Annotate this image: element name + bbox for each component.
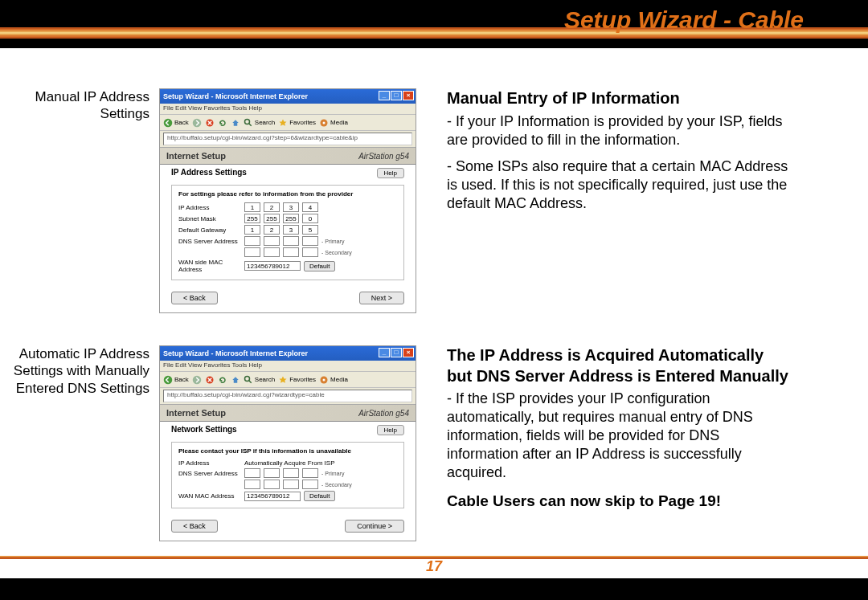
minimize-icon[interactable]: _	[379, 348, 390, 357]
default-button[interactable]: Default	[304, 261, 335, 271]
label-mac-2: WAN MAC Address	[178, 492, 241, 500]
ie-toolbar-2: Back Search Favorites Media	[160, 372, 416, 388]
home-icon[interactable]	[231, 118, 240, 128]
dns1-3b[interactable]	[302, 468, 318, 478]
close-icon[interactable]: ×	[403, 348, 414, 357]
dns2-1[interactable]	[264, 247, 280, 257]
band-brand-2: AirStation g54	[358, 409, 409, 418]
label-ip: IP Address	[178, 204, 241, 211]
next-nav-button[interactable]: Next >	[359, 292, 404, 304]
search-button[interactable]: Search	[244, 375, 275, 385]
dns1-0[interactable]	[244, 236, 260, 246]
gw-octet-0[interactable]	[244, 225, 260, 235]
dns1-1[interactable]	[264, 236, 280, 246]
address-bar[interactable]: http://buffalo.setup/cgi-bin/wizard.cgi?…	[163, 133, 412, 145]
section-manual-ip: Manual IP Address Settings Setup Wizard …	[0, 88, 868, 313]
gw-octet-1[interactable]	[264, 225, 280, 235]
caption-manual-ip: Manual IP Address Settings	[0, 88, 154, 123]
default-button-2[interactable]: Default	[304, 491, 335, 501]
address-bar-2[interactable]: http://buffalo.setup/cgi-bin/wizard.cgi?…	[163, 390, 412, 402]
close-icon[interactable]: ×	[403, 91, 414, 100]
help-button[interactable]: Help	[377, 168, 404, 178]
band-internet-setup-2: Internet Setup AirStation g54	[160, 404, 416, 422]
dns2-3[interactable]	[302, 247, 318, 257]
ie-titlebar-text: Setup Wizard - Microsoft Internet Explor…	[163, 92, 308, 100]
label-mask: Subnet Mask	[178, 215, 241, 222]
minimize-icon[interactable]: _	[379, 91, 390, 100]
ip-octet-3[interactable]	[302, 202, 318, 212]
dns-primary-tag-2: - Primary	[321, 471, 344, 476]
form-area-2: Please contact your ISP if this informat…	[171, 442, 404, 508]
dns2-2b[interactable]	[283, 480, 299, 489]
dns1-2[interactable]	[283, 236, 299, 246]
back-button[interactable]: Back	[163, 375, 189, 385]
dns-secondary-tag-2: - Secondary	[321, 482, 352, 488]
dns2-1b[interactable]	[264, 480, 280, 489]
page-body-2: Internet Setup AirStation g54 Network Se…	[160, 404, 416, 541]
band-brand: AirStation g54	[358, 152, 409, 161]
home-icon[interactable]	[231, 375, 240, 385]
stop-icon[interactable]	[205, 375, 215, 385]
fwd-button[interactable]	[192, 118, 202, 128]
subhead: IP Address Settings	[171, 168, 247, 178]
window-controls: _ □ ×	[379, 91, 414, 100]
back-button[interactable]: Back	[163, 118, 189, 128]
help-button-2[interactable]: Help	[377, 425, 404, 435]
mac-input-2[interactable]	[244, 492, 301, 501]
para-auto-dns: - If the ISP provides your IP configurat…	[447, 390, 792, 482]
refresh-icon[interactable]	[218, 375, 227, 385]
ie-titlebar: Setup Wizard - Microsoft Internet Explor…	[160, 89, 416, 104]
ie-menu[interactable]: File Edit View Favorites Tools Help	[160, 104, 416, 115]
media-button[interactable]: Media	[319, 118, 348, 128]
back-nav-button[interactable]: < Back	[171, 292, 218, 304]
mask-octet-3[interactable]	[302, 214, 318, 223]
fwd-button[interactable]	[192, 375, 202, 385]
subhead-2: Network Settings	[171, 425, 237, 435]
favorites-button[interactable]: Favorites	[278, 118, 316, 128]
ie-menu-2[interactable]: File Edit View Favorites Tools Help	[160, 361, 416, 372]
gw-octet-3[interactable]	[302, 225, 318, 235]
dns2-0[interactable]	[244, 247, 260, 257]
stop-icon[interactable]	[205, 118, 215, 128]
dns2-2[interactable]	[283, 247, 299, 257]
ie-titlebar-text-2: Setup Wizard - Microsoft Internet Explor…	[163, 349, 308, 357]
dns2-3b[interactable]	[302, 480, 318, 489]
para-mac-address: - Some ISPs also require that a certain …	[447, 157, 792, 213]
mask-octet-0[interactable]	[244, 214, 260, 223]
skip-note: Cable Users can now skip to Page 19!	[447, 492, 792, 511]
ip-octet-1[interactable]	[264, 202, 280, 212]
mac-input[interactable]	[244, 261, 301, 271]
favorites-button[interactable]: Favorites	[278, 375, 316, 385]
ie-toolbar: Back Search Favorites Media	[160, 115, 416, 131]
band-internet-setup: Internet Setup AirStation g54	[160, 147, 416, 165]
svg-point-1	[193, 118, 202, 127]
media-button[interactable]: Media	[319, 375, 348, 385]
gw-octet-2[interactable]	[283, 225, 299, 235]
back-nav-button-2[interactable]: < Back	[171, 520, 218, 533]
dns-primary-tag: - Primary	[321, 239, 344, 244]
dns2-0b[interactable]	[244, 480, 260, 489]
refresh-icon[interactable]	[218, 118, 227, 128]
maximize-icon[interactable]: □	[391, 348, 402, 357]
form-note: For settings please refer to information…	[178, 190, 397, 198]
dns1-1b[interactable]	[264, 468, 280, 478]
label-gw: Default Gateway	[178, 227, 241, 234]
dns1-3[interactable]	[302, 236, 318, 246]
dns1-2b[interactable]	[283, 468, 299, 478]
heading-auto-dns: The IP Address is Acquired Automatically…	[447, 345, 792, 386]
ip-octet-0[interactable]	[244, 202, 260, 212]
ip-octet-2[interactable]	[283, 202, 299, 212]
svg-point-8	[193, 375, 202, 384]
content-area: Manual IP Address Settings Setup Wizard …	[0, 48, 868, 578]
next-nav-button-2[interactable]: Continue >	[345, 520, 404, 533]
svg-point-3	[244, 119, 249, 124]
search-button[interactable]: Search	[244, 118, 275, 128]
maximize-icon[interactable]: □	[391, 91, 402, 100]
dns1-0b[interactable]	[244, 468, 260, 478]
mask-octet-2[interactable]	[283, 214, 299, 223]
dns-secondary-tag: - Secondary	[321, 250, 352, 255]
svg-point-7	[164, 375, 173, 384]
mask-octet-1[interactable]	[264, 214, 280, 223]
label-dns-2: DNS Server Address	[178, 470, 241, 477]
band-title: Internet Setup	[166, 151, 226, 161]
